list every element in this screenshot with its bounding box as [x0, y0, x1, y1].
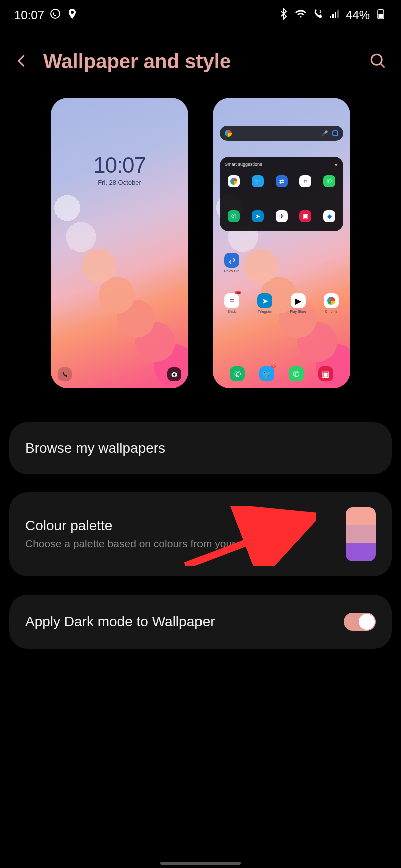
- svg-rect-12: [173, 372, 176, 373]
- homescreen-preview[interactable]: 🎤 Smart suggestions ✦ 🐦 ⇄ ⌗ ✆ ✆ ➤ ✈ ▣ ◆: [213, 98, 350, 388]
- svg-rect-2: [330, 16, 331, 18]
- item-subtitle: Choose a palette based on colours from y…: [25, 537, 346, 551]
- browse-wallpapers-item[interactable]: Browse my wallpapers: [9, 422, 392, 474]
- google-icon: [225, 130, 232, 137]
- status-bar: 10:07 1 44%: [0, 0, 401, 30]
- status-right: 1 44%: [278, 8, 387, 23]
- mic-icon: 🎤: [321, 130, 328, 137]
- lock-time: 10:07: [51, 153, 188, 178]
- dark-mode-toggle[interactable]: [344, 613, 376, 631]
- lens-icon: [332, 130, 338, 136]
- location-icon: [66, 8, 78, 23]
- google-search-widget: 🎤: [220, 126, 343, 141]
- settings-list: Browse my wallpapers Colour palette Choo…: [0, 408, 401, 649]
- svg-point-9: [371, 54, 382, 65]
- status-time: 10:07: [14, 8, 44, 22]
- back-button[interactable]: [14, 53, 29, 70]
- signal-icon: [329, 8, 341, 23]
- page-header: Wallpaper and style: [0, 30, 401, 98]
- app-label: Relay Pro: [224, 269, 240, 273]
- colour-palette-item[interactable]: Colour palette Choose a palette based on…: [9, 492, 392, 576]
- lockscreen-preview[interactable]: 10:07 Fri, 28 October: [51, 98, 188, 388]
- palette-swatch: [346, 507, 376, 561]
- svg-point-11: [173, 373, 176, 376]
- svg-text:1: 1: [319, 9, 322, 14]
- status-left: 10:07: [14, 8, 78, 23]
- battery-text: 44%: [346, 8, 370, 22]
- wifi-icon: [295, 8, 307, 23]
- battery-icon: [375, 8, 387, 23]
- phone-icon: [58, 367, 72, 381]
- svg-rect-8: [379, 14, 383, 18]
- whatsapp-icon: [49, 8, 61, 23]
- dock-row: ✆ 🐦2 ✆ ▣: [220, 366, 343, 381]
- item-title: Colour palette: [25, 518, 346, 534]
- item-title: Browse my wallpapers: [25, 440, 376, 456]
- svg-rect-7: [379, 9, 382, 10]
- suggestions-widget: Smart suggestions ✦ 🐦 ⇄ ⌗ ✆ ✆ ➤ ✈ ▣ ◆: [220, 157, 343, 231]
- widget-title: Smart suggestions: [225, 162, 262, 168]
- wallpaper-previews: 10:07 Fri, 28 October 🎤 Smart suggestion…: [0, 98, 401, 408]
- dark-mode-wallpaper-item[interactable]: Apply Dark mode to Wallpaper: [9, 595, 392, 649]
- apps-row-1: ⌗18Slack ➤Telegram ▶Play Store Chrome: [220, 293, 343, 313]
- page-title: Wallpaper and style: [43, 50, 355, 73]
- nav-handle[interactable]: [160, 862, 241, 865]
- svg-rect-5: [337, 10, 339, 18]
- camera-icon: [167, 367, 181, 381]
- app-relay-pro: ⇄ Relay Pro: [220, 253, 244, 273]
- sparkle-icon: ✦: [334, 162, 338, 168]
- svg-rect-3: [332, 14, 334, 18]
- svg-rect-4: [335, 12, 336, 18]
- bluetooth-icon: [278, 8, 290, 23]
- svg-point-0: [51, 9, 60, 18]
- item-title: Apply Dark mode to Wallpaper: [25, 614, 344, 630]
- call-icon: 1: [312, 8, 324, 23]
- lock-clock: 10:07 Fri, 28 October: [51, 153, 188, 186]
- search-button[interactable]: [369, 52, 387, 72]
- lock-date: Fri, 28 October: [51, 179, 188, 186]
